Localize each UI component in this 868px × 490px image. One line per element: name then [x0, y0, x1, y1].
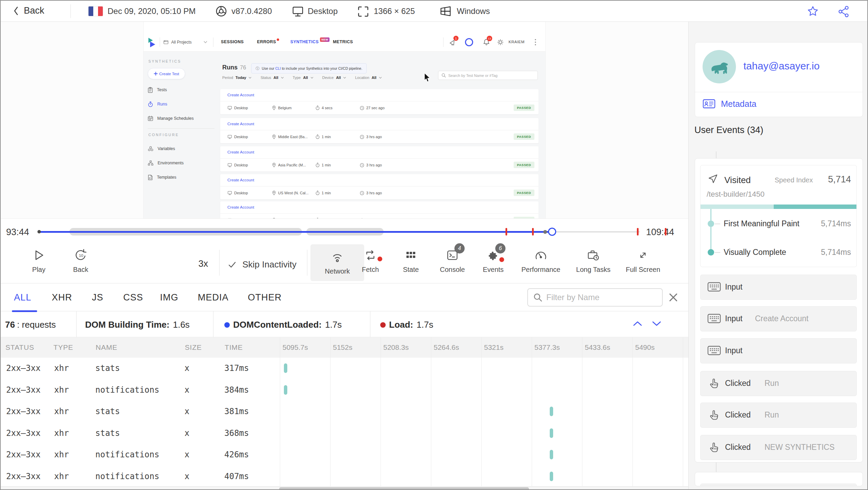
- app-nav-tab[interactable]: SYNTHETICSNEW: [290, 39, 319, 44]
- playback-speed-button[interactable]: 3x: [193, 259, 213, 269]
- console-panel-button[interactable]: 4 Console: [432, 248, 473, 274]
- app-nav-tab[interactable]: SESSIONS: [221, 39, 244, 44]
- network-tab-media[interactable]: MEDIA: [198, 292, 229, 303]
- sidebar-item-environments[interactable]: Environments: [148, 156, 219, 170]
- network-request-row[interactable]: 2xx–3xx xhr notifications x 407ms: [1, 466, 688, 488]
- cli-link[interactable]: CLI: [275, 66, 281, 70]
- monitor-icon: [227, 191, 232, 195]
- run-card[interactable]: Create Account Desktop Asia Pacific (M..…: [220, 146, 539, 172]
- player-timeline[interactable]: 93:44 109:44: [1, 218, 688, 242]
- network-request-row[interactable]: 2xx–3xx xhr stats x 381ms: [1, 401, 688, 423]
- visited-event-card[interactable]: Visited Speed Index 5,714 /test-builder/…: [700, 165, 857, 267]
- network-request-row[interactable]: 2xx–3xx xhr stats x 368ms: [1, 423, 688, 444]
- app-nav-tab[interactable]: ERRORS: [257, 39, 276, 44]
- network-tab-all[interactable]: ALL: [14, 292, 31, 303]
- test-name-link[interactable]: Create Account: [227, 93, 254, 97]
- network-tab-img[interactable]: IMG: [160, 292, 178, 303]
- sidebar-item-runs[interactable]: Runs: [148, 97, 219, 111]
- network-request-row[interactable]: 2xx–3xx xhr notifications x 426ms: [1, 444, 688, 466]
- create-test-button[interactable]: Create Test: [148, 68, 185, 79]
- filter-dropdown[interactable]: Location All: [355, 76, 382, 80]
- request-type: xhr: [54, 385, 69, 395]
- dom-content-loaded: DOMContentLoaded:1.7s: [224, 320, 342, 330]
- jump-prev-button[interactable]: [632, 320, 643, 327]
- top-bar: Back Dec 09, 2020, 05:10 PM v87.0.4280 D…: [1, 1, 867, 22]
- user-email-link[interactable]: tahay@asayer.io: [743, 60, 820, 72]
- test-name-link[interactable]: Create Account: [227, 205, 254, 209]
- user-event-item[interactable]: Clicked Run: [700, 403, 857, 428]
- user-event-item[interactable]: Input: [700, 275, 857, 300]
- user-event-item[interactable]: Clicked Run: [700, 371, 857, 396]
- network-tab-other[interactable]: OTHER: [248, 292, 282, 303]
- filter-dropdown[interactable]: Period Today: [222, 76, 252, 80]
- test-name-link[interactable]: Create Account: [227, 150, 254, 154]
- run-card[interactable]: Create Account Desktop Belgium 4 secs 27…: [220, 89, 539, 114]
- test-name-link[interactable]: Create Account: [227, 122, 254, 126]
- run-card[interactable]: Create Account Desktop Middle East (Ba..…: [220, 118, 539, 143]
- user-event-item[interactable]: Input: [700, 338, 857, 363]
- scrollbar-thumb[interactable]: [279, 487, 529, 490]
- network-filter-box[interactable]: [527, 288, 663, 307]
- request-name: stats: [95, 428, 120, 438]
- event-label: Clicked: [725, 410, 751, 420]
- full-screen-button[interactable]: Full Screen: [623, 248, 663, 274]
- settings-gear-icon[interactable]: [497, 39, 504, 46]
- skip-inactivity-toggle[interactable]: Skip Inactivity: [228, 259, 296, 270]
- filter-dropdown[interactable]: Device All: [322, 76, 347, 80]
- chevron-down-icon: [379, 77, 382, 79]
- error-event-marker[interactable]: [505, 228, 507, 235]
- jump-next-button[interactable]: [652, 320, 662, 327]
- timeline-track[interactable]: [1, 219, 688, 242]
- user-event-item[interactable]: Clicked NEW SYNTHETICS: [700, 435, 857, 460]
- test-search-input[interactable]: [448, 74, 530, 78]
- play-button[interactable]: Play: [18, 248, 59, 274]
- error-event-marker[interactable]: [665, 228, 666, 235]
- network-filter-input[interactable]: [546, 293, 657, 302]
- more-menu-icon[interactable]: [534, 38, 536, 46]
- favorite-star-button[interactable]: [807, 5, 819, 18]
- request-status: 2xx–3xx: [6, 385, 41, 395]
- user-menu[interactable]: KRAIEM: [509, 40, 525, 44]
- sidebar-item-manage-schedules[interactable]: Manage Schedules: [148, 111, 219, 126]
- test-search-box[interactable]: [438, 71, 538, 80]
- user-event-item[interactable]: Input Create Account: [700, 306, 857, 331]
- filter-dropdown[interactable]: Status All: [260, 76, 284, 80]
- sidebar-item-templates[interactable]: Templates: [148, 170, 219, 184]
- event-connector: [716, 151, 717, 158]
- horizontal-scrollbar[interactable]: [1, 486, 688, 490]
- filter-label: Status: [260, 76, 271, 80]
- events-panel-button[interactable]: 6 Events: [473, 248, 514, 274]
- error-event-marker[interactable]: [637, 228, 639, 235]
- filter-dropdown[interactable]: Type All: [293, 76, 314, 80]
- network-tab-css[interactable]: CSS: [123, 292, 143, 303]
- network-request-row[interactable]: 2xx–3xx xhr stats x 317ms: [1, 358, 688, 379]
- sidebar-section-configure: CONFIGURE: [148, 133, 219, 137]
- playhead[interactable]: [548, 228, 556, 236]
- notifications-button[interactable]: 13: [483, 38, 490, 46]
- back-button[interactable]: Back: [14, 5, 44, 16]
- metadata-button[interactable]: Metadata: [703, 99, 756, 109]
- event-value: NEW SYNTHETICS: [765, 443, 835, 452]
- usage-progress-ring[interactable]: [465, 38, 473, 46]
- run-card[interactable]: Create Account Desktop US West (N. Cal..…: [220, 174, 539, 199]
- run-card[interactable]: Create Account Desktop Canada (Centra...…: [220, 201, 539, 218]
- back-10s-button[interactable]: 10 Back: [60, 248, 101, 274]
- share-button[interactable]: [837, 5, 850, 18]
- long-tasks-panel-button[interactable]: Long Tasks: [573, 248, 614, 274]
- performance-panel-button[interactable]: Performance: [520, 248, 561, 274]
- network-request-row[interactable]: 2xx–3xx xhr notifications x 384ms: [1, 379, 688, 401]
- error-event-marker[interactable]: [532, 228, 534, 235]
- test-name-link[interactable]: Create Account: [227, 178, 254, 182]
- fetch-panel-button[interactable]: Fetch: [350, 248, 391, 274]
- search-icon: [441, 73, 446, 78]
- run-device: Desktop: [227, 159, 248, 172]
- close-panel-button[interactable]: [669, 293, 678, 302]
- sidebar-item-tests[interactable]: Tests: [148, 83, 219, 97]
- announcements-button[interactable]: 1: [449, 38, 456, 46]
- app-nav-tab[interactable]: METRICS: [333, 39, 353, 44]
- network-tab-js[interactable]: JS: [92, 292, 103, 303]
- request-name: stats: [95, 363, 120, 373]
- sidebar-item-variables[interactable]: Variables: [148, 142, 219, 156]
- network-tab-xhr[interactable]: XHR: [52, 292, 72, 303]
- state-panel-button[interactable]: State: [390, 248, 431, 274]
